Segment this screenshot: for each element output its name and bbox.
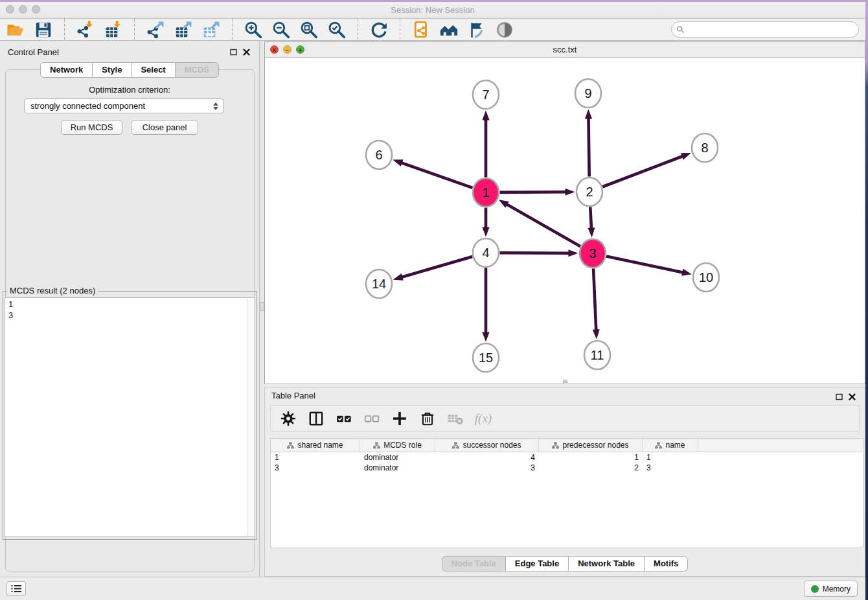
edge-4-14[interactable]: [393, 257, 472, 281]
node-6[interactable]: 6: [366, 141, 392, 169]
edge-1-7[interactable]: [482, 111, 489, 178]
svg-text:6: 6: [375, 148, 382, 162]
edge-3-10[interactable]: [606, 256, 692, 275]
network-canvas[interactable]: 1234678910111415: [265, 58, 865, 384]
refresh-icon: [369, 20, 389, 40]
visual-style-button[interactable]: [466, 19, 487, 40]
node-7[interactable]: 7: [473, 80, 499, 109]
cell[interactable]: 2: [539, 463, 643, 473]
col-header-successor-nodes[interactable]: successor nodes: [435, 439, 539, 452]
export-image-button[interactable]: [201, 19, 222, 40]
node-9[interactable]: 9: [575, 79, 601, 108]
edge-1-6[interactable]: [393, 159, 472, 188]
col-header-MCDS-role[interactable]: MCDS role: [360, 439, 435, 452]
select-all-columns-button[interactable]: [336, 410, 352, 427]
main-toolbar: [0, 19, 865, 41]
close-panel-icon[interactable]: [242, 48, 251, 56]
tab-motifs[interactable]: Motifs: [645, 556, 688, 571]
svg-text:2: 2: [586, 185, 593, 199]
hierarchy-sort-icon: [287, 442, 294, 449]
node-4[interactable]: 4: [473, 238, 499, 267]
node-14[interactable]: 14: [366, 270, 392, 298]
panel-splitter[interactable]: [260, 41, 264, 577]
cell[interactable]: 3: [643, 463, 698, 473]
tab-style[interactable]: Style: [93, 62, 131, 78]
node-10[interactable]: 10: [693, 263, 719, 292]
delete-column-button[interactable]: [419, 410, 436, 427]
zoom-fit-button[interactable]: [299, 19, 319, 40]
close-table-panel-icon[interactable]: [848, 393, 856, 401]
home-button[interactable]: [439, 19, 459, 40]
table-row[interactable]: 1dominator411: [271, 452, 863, 463]
splitter-grip[interactable]: [260, 302, 264, 311]
result-scrollbar[interactable]: [247, 298, 255, 537]
cell[interactable]: 3: [435, 463, 539, 473]
edge-2-3[interactable]: [588, 207, 595, 237]
edge-3-11[interactable]: [593, 268, 600, 339]
optimization-criterion-dropdown[interactable]: strongly connected component: [24, 98, 224, 113]
search-box[interactable]: [671, 21, 859, 38]
edge-3-1[interactable]: [499, 200, 580, 246]
node-1[interactable]: 1: [473, 178, 499, 207]
view-resize-grip[interactable]: [563, 380, 567, 383]
cell[interactable]: 1: [539, 452, 643, 463]
task-history-button[interactable]: [6, 581, 26, 596]
cell[interactable]: dominator: [360, 463, 435, 473]
zoom-selected-button[interactable]: [326, 19, 347, 40]
tab-edge-table[interactable]: Edge Table: [506, 556, 569, 571]
search-input[interactable]: [685, 23, 858, 36]
cell[interactable]: 1: [271, 452, 360, 463]
import-table-button[interactable]: [103, 19, 124, 40]
float-panel-icon[interactable]: [229, 48, 238, 56]
zoom-out-button[interactable]: [271, 19, 291, 40]
tab-node-table[interactable]: Node Table: [442, 556, 506, 571]
folder-open-icon: [6, 20, 25, 40]
style-flag-icon: [467, 20, 486, 40]
node-8[interactable]: 8: [692, 133, 718, 162]
import-network-button[interactable]: [75, 19, 96, 40]
session-document-button[interactable]: [411, 19, 431, 40]
cell[interactable]: 1: [643, 452, 698, 463]
zoom-in-button[interactable]: [243, 19, 264, 40]
cell[interactable]: dominator: [360, 452, 435, 463]
tab-mcds[interactable]: MCDS: [176, 62, 219, 78]
deselect-all-columns-button[interactable]: [363, 410, 380, 427]
table-row[interactable]: 3dominator323: [271, 463, 863, 473]
export-network-button[interactable]: [145, 19, 166, 40]
node-11[interactable]: 11: [584, 341, 610, 369]
save-session-button[interactable]: [33, 19, 54, 40]
column-view-button[interactable]: [308, 410, 325, 427]
node-15[interactable]: 15: [473, 343, 499, 372]
export-table-button[interactable]: [173, 19, 194, 40]
cell[interactable]: 4: [435, 452, 539, 463]
run-mcds-button[interactable]: Run MCDS: [61, 120, 122, 135]
edge-4-3[interactable]: [499, 249, 578, 257]
edge-1-2[interactable]: [499, 189, 575, 196]
edge-2-8[interactable]: [602, 153, 691, 187]
table-settings-button[interactable]: [280, 410, 297, 427]
col-header-name[interactable]: name: [643, 439, 698, 452]
add-column-button[interactable]: [391, 410, 408, 427]
svg-text:1: 1: [482, 185, 489, 200]
mcds-result-list[interactable]: 13: [5, 297, 255, 537]
table-panel: Table Panel f(x) shared nameMCDS rolesuc…: [264, 387, 865, 577]
show-graphics-details-button[interactable]: [494, 19, 515, 40]
edge-2-9[interactable]: [585, 109, 592, 176]
node-2[interactable]: 2: [577, 178, 602, 206]
float-table-panel-icon[interactable]: [835, 393, 843, 401]
cell[interactable]: 3: [271, 463, 360, 473]
edge-4-15[interactable]: [482, 268, 489, 342]
tab-network[interactable]: Network: [40, 62, 93, 78]
memory-button[interactable]: Memory: [804, 581, 858, 597]
node-3[interactable]: 3: [580, 239, 606, 268]
open-session-button[interactable]: [5, 19, 26, 40]
close-panel-button[interactable]: Close panel: [131, 120, 198, 135]
col-header-predecessor-nodes[interactable]: predecessor nodes: [539, 439, 643, 452]
edge-1-4[interactable]: [482, 208, 489, 237]
col-header-shared-name[interactable]: shared name: [271, 439, 360, 452]
tab-network-table[interactable]: Network Table: [569, 556, 645, 571]
tab-select[interactable]: Select: [131, 62, 175, 78]
refresh-layout-button[interactable]: [369, 19, 389, 40]
function-builder-button: f(x): [475, 410, 492, 427]
network-view-window: × − + scc.txt 1234678910111415: [264, 41, 865, 384]
